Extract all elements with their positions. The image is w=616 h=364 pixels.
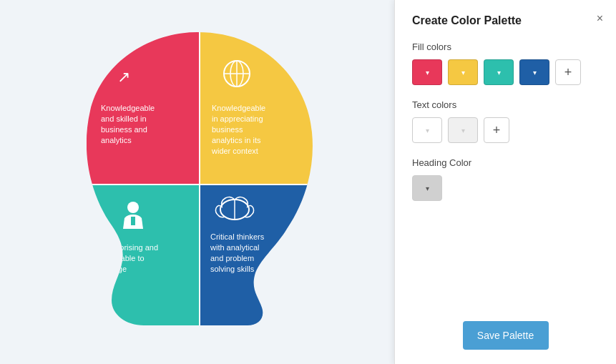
text-colors-label: Text colors [412,99,599,110]
svg-text:and problem: and problem [210,254,254,262]
fill-colors-label: Fill colors [412,41,599,52]
svg-text:business: business [212,125,243,134]
add-fill-color-button[interactable]: + [555,59,581,85]
text-colors-row: ▾ ▾ + [412,117,599,143]
add-text-color-button[interactable]: + [484,117,509,143]
fill-color-swatch-4[interactable]: ▾ [519,59,549,85]
svg-text:Enterprising and: Enterprising and [101,243,158,252]
text-color-swatch-2[interactable]: ▾ [448,117,478,143]
svg-text:wider context: wider context [211,147,258,155]
svg-text:analytics in its: analytics in its [212,136,261,144]
svg-text:adaptable to: adaptable to [101,254,145,262]
chevron-down-icon: ▾ [461,127,465,134]
svg-text:solving skills: solving skills [210,265,255,273]
head-infographic: ↗ Knowledgeable and skilled in business … [47,18,348,347]
infographic-panel: ↗ Knowledgeable and skilled in business … [0,0,394,364]
svg-text:↗: ↗ [117,68,130,86]
chevron-down-icon: ▾ [497,69,501,77]
svg-text:Knowledgeable: Knowledgeable [212,104,265,112]
heading-color-label: Heading Color [412,157,599,168]
svg-text:change: change [101,265,127,273]
chevron-down-icon: ▾ [426,185,429,192]
svg-text:in appreciating: in appreciating [212,114,263,123]
svg-text:analytics: analytics [101,136,132,144]
chevron-down-icon: ▾ [461,69,465,77]
chevron-down-icon: ▾ [426,127,429,134]
svg-text:Critical thinkers: Critical thinkers [210,232,265,241]
svg-text:with analytical: with analytical [210,243,259,252]
fill-color-swatch-2[interactable]: ▾ [448,59,478,85]
heading-color-swatch[interactable]: ▾ [412,175,442,201]
svg-point-24 [127,202,139,213]
close-button[interactable]: × [597,13,603,24]
svg-text:business and: business and [101,125,147,134]
heading-color-row: ▾ [412,175,599,201]
fill-color-swatch-1[interactable]: ▾ [412,59,442,85]
text-color-swatch-1[interactable]: ▾ [412,117,442,143]
dialog-title: Create Color Palette [412,14,599,27]
svg-text:and skilled in: and skilled in [101,114,147,123]
svg-text:Knowledgeable: Knowledgeable [101,104,155,112]
fill-color-swatch-3[interactable]: ▾ [484,59,514,85]
fill-colors-row: ▾ ▾ ▾ ▾ + [412,59,599,85]
save-palette-button[interactable]: Save Palette [463,321,549,350]
chevron-down-icon: ▾ [426,69,429,77]
color-palette-dialog: Create Color Palette × Fill colors ▾ ▾ ▾… [394,0,616,364]
svg-rect-25 [131,217,135,225]
chevron-down-icon: ▾ [533,69,537,77]
